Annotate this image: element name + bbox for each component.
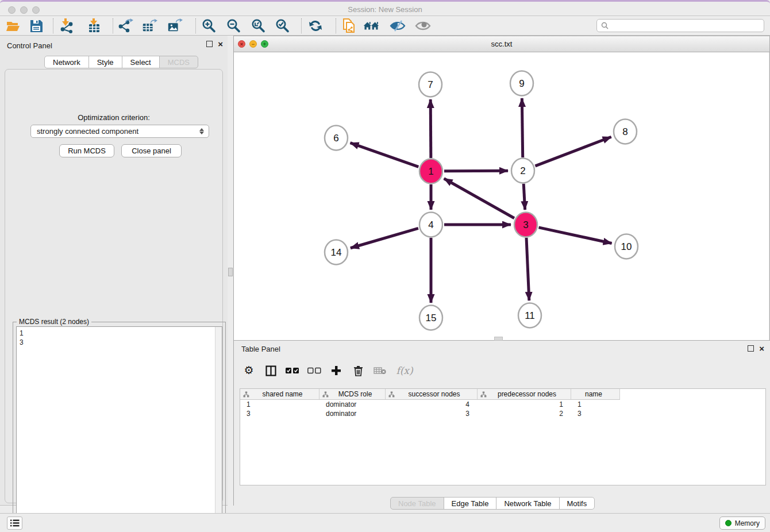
export-image-icon[interactable] [167, 18, 183, 34]
svg-text:6: 6 [333, 133, 338, 144]
graph-edge-2-8[interactable] [535, 137, 611, 166]
panel-split-divider[interactable] [228, 36, 234, 506]
zoom-selected-icon[interactable] [274, 18, 290, 34]
run-mcds-button[interactable]: Run MCDS [59, 144, 114, 157]
cell-shared-name[interactable]: 1 [240, 400, 319, 409]
search-input[interactable] [611, 22, 764, 30]
graph-node-2[interactable]: 2 [511, 159, 534, 183]
show-graphics-details-icon[interactable] [415, 18, 431, 34]
table-row[interactable]: 3 dominator 3 2 3 [240, 409, 765, 418]
svg-text:3: 3 [523, 219, 528, 230]
tab-network[interactable]: Network [44, 56, 89, 68]
tab-select[interactable]: Select [122, 56, 160, 68]
result-scrollbar[interactable] [215, 327, 222, 531]
tab-motifs[interactable]: Motifs [559, 497, 595, 510]
memory-button[interactable]: Memory [719, 516, 765, 530]
show-column-panel-icon[interactable] [264, 364, 278, 377]
cell-predecessor-nodes[interactable]: 2 [478, 409, 571, 418]
graph-node-1[interactable]: 1 [419, 159, 442, 184]
graph-edge-4-14[interactable] [351, 228, 418, 248]
horizontal-split-grip[interactable] [494, 337, 503, 341]
zoom-in-icon[interactable] [201, 18, 217, 34]
svg-text:11: 11 [525, 310, 535, 321]
export-network-icon[interactable] [117, 18, 133, 34]
save-session-icon[interactable] [28, 18, 44, 34]
tab-node-table[interactable]: Node Table [390, 497, 444, 510]
optimization-criterion-dropdown[interactable]: strongly connected component [30, 125, 209, 138]
column-header-predecessor-nodes[interactable]: predecessor nodes [478, 389, 571, 400]
select-all-rows-icon[interactable] [286, 364, 299, 377]
task-history-button[interactable] [7, 516, 22, 530]
cell-mcds-role[interactable]: dominator [319, 400, 386, 409]
network-canvas[interactable]: 1234678910111415 [234, 52, 769, 340]
graph-edge-1-2[interactable] [444, 171, 508, 171]
refresh-layout-icon[interactable] [307, 18, 324, 34]
mcds-panel: Optimization criterion: strongly connect… [5, 69, 223, 503]
result-line: 3 [20, 338, 222, 347]
cell-successor-nodes[interactable]: 3 [386, 409, 478, 418]
table-panel: Table Panel × ⚙ f(x) sha [234, 341, 770, 513]
graph-node-15[interactable]: 15 [419, 306, 442, 330]
cell-name[interactable]: 1 [571, 400, 620, 409]
table-row[interactable]: 1 dominator 4 1 1 [240, 400, 765, 409]
graph-node-11[interactable]: 11 [518, 303, 541, 328]
import-network-icon[interactable] [59, 18, 75, 34]
tab-edge-table[interactable]: Edge Table [444, 497, 497, 510]
graph-edge-2-9[interactable] [522, 98, 522, 157]
close-panel-button[interactable]: Close panel [121, 144, 182, 157]
graph-node-14[interactable]: 14 [325, 240, 348, 265]
graph-edge-3-11[interactable] [526, 238, 529, 300]
graph-node-8[interactable]: 8 [614, 119, 637, 144]
graph-edge-3-10[interactable] [538, 228, 611, 244]
close-panel-icon[interactable]: × [218, 41, 223, 47]
close-table-panel-icon[interactable]: × [759, 345, 764, 352]
cell-shared-name[interactable]: 3 [240, 409, 319, 418]
deselect-all-rows-icon[interactable] [307, 364, 321, 377]
column-header-shared-name[interactable]: shared name [240, 389, 319, 400]
delete-column-icon[interactable] [351, 364, 365, 377]
graph-node-10[interactable]: 10 [615, 234, 638, 259]
graph-edge-2-3[interactable] [523, 184, 525, 210]
tab-network-table[interactable]: Network Table [496, 497, 559, 510]
split-divider-grip[interactable] [228, 268, 233, 276]
graph-edge-1-7[interactable] [430, 99, 431, 158]
tab-mcds[interactable]: MCDS [159, 56, 198, 68]
zoom-fit-icon[interactable] [250, 18, 266, 34]
home-icon[interactable] [363, 18, 379, 34]
graph-node-4[interactable]: 4 [419, 213, 442, 237]
cell-successor-nodes[interactable]: 4 [386, 400, 478, 409]
graph-edge-1-6[interactable] [351, 143, 419, 167]
graph-node-7[interactable]: 7 [419, 72, 442, 97]
column-header-name[interactable]: name [571, 389, 620, 400]
column-header-successor-nodes[interactable]: successor nodes [386, 389, 478, 400]
add-column-icon[interactable] [329, 364, 343, 377]
clone-network-icon[interactable] [341, 18, 357, 34]
float-panel-icon[interactable] [206, 41, 213, 47]
network-graph[interactable]: 1234678910111415 [234, 52, 769, 340]
control-panel: Control Panel × Network Style Select MCD… [0, 36, 228, 506]
graph-node-9[interactable]: 9 [510, 71, 533, 96]
column-header-mcds-role[interactable]: MCDS role [319, 389, 386, 400]
memory-label: Memory [735, 519, 760, 527]
table-options-gear-icon[interactable]: ⚙ [242, 364, 256, 377]
svg-text:7: 7 [428, 79, 433, 90]
hide-graphics-details-icon[interactable] [390, 18, 406, 34]
zoom-out-icon[interactable] [225, 18, 241, 34]
graph-edge-3-1[interactable] [444, 179, 514, 218]
cell-name[interactable]: 3 [571, 409, 620, 418]
mcds-result-textarea[interactable]: 1 3 [16, 326, 222, 532]
float-table-panel-icon[interactable] [748, 345, 754, 352]
export-table-icon[interactable] [141, 18, 157, 34]
tab-style[interactable]: Style [88, 56, 122, 68]
graph-node-3[interactable]: 3 [514, 213, 537, 237]
search-field[interactable] [596, 19, 764, 32]
node-table: shared name MCDS role successor nodes pr… [240, 388, 766, 485]
network-frame-titlebar[interactable]: × − + scc.txt [234, 36, 769, 52]
dropdown-value: strongly connected component [37, 127, 199, 136]
open-session-icon[interactable] [5, 18, 21, 34]
import-table-icon[interactable] [86, 18, 102, 34]
cell-predecessor-nodes[interactable]: 1 [478, 400, 571, 409]
cell-mcds-role[interactable]: dominator [319, 409, 386, 418]
graph-node-6[interactable]: 6 [325, 126, 348, 151]
table-panel-tabs: Node Table Edge Table Network Table Moti… [390, 497, 595, 510]
